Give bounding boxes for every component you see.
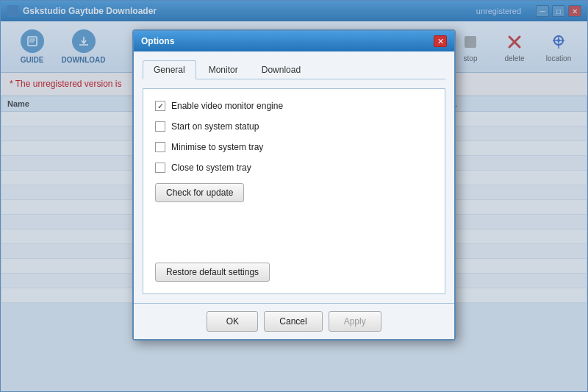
check-update-button[interactable]: Check for update <box>155 183 244 202</box>
restore-defaults-button[interactable]: Restore default settings <box>155 263 270 282</box>
start-on-startup-option[interactable]: Start on system statup <box>155 121 433 132</box>
close-to-tray-label: Close to system tray <box>171 163 251 173</box>
enable-monitor-label: Enable video monitor engine <box>171 101 283 111</box>
restore-btn-area: Restore default settings <box>155 263 270 282</box>
tab-content-general: Enable video monitor engine Start on sys… <box>143 88 445 294</box>
dialog-body: General Monitor Download Enable video mo… <box>134 51 454 303</box>
minimise-to-tray-label: Minimise to system tray <box>171 142 263 152</box>
dialog-title: Options <box>141 36 174 46</box>
tab-download[interactable]: Download <box>251 60 312 79</box>
tab-general[interactable]: General <box>143 60 196 79</box>
dialog-footer: OK Cancel Apply <box>134 303 454 339</box>
minimise-to-tray-option[interactable]: Minimise to system tray <box>155 142 433 152</box>
cancel-button[interactable]: Cancel <box>264 311 322 332</box>
dialog-tabs: General Monitor Download <box>143 60 445 79</box>
apply-button[interactable]: Apply <box>329 311 381 332</box>
options-dialog: Options ✕ General Monitor Download Enabl… <box>132 29 456 341</box>
tab-monitor[interactable]: Monitor <box>198 60 249 79</box>
minimise-to-tray-checkbox[interactable] <box>155 142 165 152</box>
main-window: Gskstudio Gaytube Downloader unregistere… <box>0 0 588 392</box>
start-on-startup-label: Start on system statup <box>171 121 259 132</box>
enable-monitor-option[interactable]: Enable video monitor engine <box>155 101 433 111</box>
enable-monitor-checkbox[interactable] <box>155 101 165 111</box>
dialog-title-bar: Options ✕ <box>134 31 454 51</box>
dialog-overlay: Options ✕ General Monitor Download Enabl… <box>1 1 587 391</box>
start-on-startup-checkbox[interactable] <box>155 121 165 132</box>
close-to-tray-option[interactable]: Close to system tray <box>155 163 433 173</box>
close-to-tray-checkbox[interactable] <box>155 163 165 173</box>
dialog-close-button[interactable]: ✕ <box>434 35 447 47</box>
ok-button[interactable]: OK <box>207 311 258 332</box>
